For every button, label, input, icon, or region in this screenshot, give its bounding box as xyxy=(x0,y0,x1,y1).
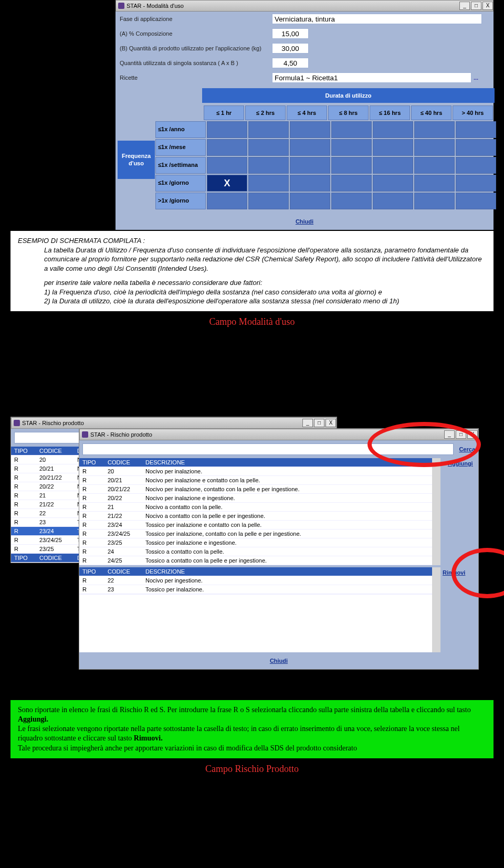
explain-p2: per inserire tale valore nella tabella è… xyxy=(44,279,262,287)
table-cell: R xyxy=(79,511,104,520)
ricette-label: Ricette xyxy=(120,75,272,81)
window-close-button[interactable]: X xyxy=(482,2,493,10)
table-row[interactable]: R23/25Tossico per inalazione e ingestion… xyxy=(79,538,432,547)
grid-cell[interactable] xyxy=(207,139,247,156)
grid-cell[interactable] xyxy=(414,175,455,192)
grid-cell[interactable] xyxy=(331,175,372,192)
grid-cell[interactable] xyxy=(414,157,455,174)
grid-cell[interactable] xyxy=(290,175,330,192)
scrollbar[interactable] xyxy=(432,567,440,652)
table-cell: Nocivo per ingestione. xyxy=(142,576,432,585)
table-cell: 20/22 xyxy=(104,493,142,502)
table-cell: R xyxy=(11,526,36,535)
close-link[interactable]: Chiudi xyxy=(116,213,494,230)
scrollbar[interactable] xyxy=(432,458,440,565)
table-row[interactable]: R22Nocivo per ingestione. xyxy=(79,576,432,585)
grid-cell[interactable] xyxy=(456,175,496,192)
table-row[interactable]: R20/21Nocivo per inalazione e contatto c… xyxy=(79,475,432,484)
col-header: CODICE xyxy=(36,553,74,562)
green-p2: Le frasi selezionate vengono riportate n… xyxy=(18,725,460,742)
col-header: CODICE xyxy=(104,458,142,467)
table-cell: 23/25 xyxy=(104,538,142,547)
col-header: ≤ 2 hrs xyxy=(245,105,286,120)
ab-input[interactable] xyxy=(272,58,309,68)
table-row[interactable]: R20/21/22Nocivo per inalazione, contatto… xyxy=(79,484,432,493)
grid-cell[interactable] xyxy=(456,121,496,138)
table-row[interactable]: R24Tossico a contatto con la pelle. xyxy=(79,547,432,556)
grid-cell[interactable] xyxy=(373,139,413,156)
table-row[interactable]: R21/22Nocivo a contatto con la pelle e p… xyxy=(79,511,432,520)
grid-cell[interactable] xyxy=(331,121,372,138)
titlebar[interactable]: STAR - Modalità d'uso _ □ X xyxy=(116,0,494,12)
explanation-box: ESEMPIO DI SCHERMATA COMPILATA : La tabe… xyxy=(10,231,494,311)
window-min-button[interactable]: _ xyxy=(459,2,470,10)
grid-cell[interactable] xyxy=(290,193,330,209)
grid-cell[interactable] xyxy=(290,121,330,138)
col-header: ≤ 4 hrs xyxy=(287,105,327,120)
a-input[interactable] xyxy=(272,28,309,39)
grid-cell[interactable] xyxy=(373,157,413,174)
table-row[interactable]: R20Nocivo per inalazione. xyxy=(79,467,432,475)
grid-cell[interactable] xyxy=(248,139,289,156)
grid-cell[interactable] xyxy=(207,157,247,174)
table-cell: 23 xyxy=(36,517,74,526)
table-cell: R xyxy=(79,538,104,547)
table-row[interactable]: R23/24/25Tossico per inalazione, contatt… xyxy=(79,529,432,538)
table-row[interactable]: R23Tossico per inalazione. xyxy=(79,585,432,594)
table-cell: R xyxy=(11,500,36,509)
grid-cell[interactable] xyxy=(331,193,372,209)
grid-cell[interactable] xyxy=(414,121,455,138)
grid-cell[interactable] xyxy=(414,193,455,209)
table-row[interactable]: R23/24Tossico per inalazione e contatto … xyxy=(79,520,432,529)
grid-cell[interactable] xyxy=(290,139,330,156)
b-label: (B) Quantità di prodotto utilizzato per … xyxy=(120,45,272,51)
ricette-browse-icon[interactable]: ... xyxy=(474,75,478,81)
table-cell: 20/21/22 xyxy=(104,484,142,493)
window-min-button[interactable]: _ xyxy=(302,419,313,427)
grid-cell[interactable] xyxy=(248,175,289,192)
grid-cell[interactable] xyxy=(207,193,247,209)
app-icon xyxy=(118,3,124,9)
b-input[interactable] xyxy=(272,43,309,54)
close-link[interactable]: Chiudi xyxy=(79,652,478,669)
col-header: ≤ 8 hrs xyxy=(328,105,369,120)
explain-li1: 1) la Frequenza d'uso, cioè la periodici… xyxy=(44,288,382,296)
table-row[interactable]: R24/25Tossico a contatto con la pelle e … xyxy=(79,556,432,565)
grid-cell[interactable] xyxy=(248,193,289,209)
table-row[interactable]: R21Nocivo a contatto con la pelle. xyxy=(79,502,432,511)
grid-cell[interactable] xyxy=(207,121,247,138)
grid-cell[interactable] xyxy=(456,139,496,156)
window-close-button[interactable]: X xyxy=(326,419,336,427)
table-cell: 21/22 xyxy=(104,511,142,520)
row-header: ≤1x /anno xyxy=(155,121,206,138)
titlebar[interactable]: STAR - Rischio prodotto _□X xyxy=(11,417,337,429)
grid-cell[interactable] xyxy=(373,175,413,192)
window-max-button[interactable]: □ xyxy=(314,419,324,427)
fase-input[interactable] xyxy=(272,14,482,24)
table-cell: R xyxy=(11,455,36,464)
col-header: CODICE xyxy=(36,447,74,456)
grid-cell[interactable] xyxy=(331,157,372,174)
table-cell: R xyxy=(11,535,36,544)
grid-cell[interactable] xyxy=(248,121,289,138)
table-cell: 23 xyxy=(104,585,142,594)
grid-cell[interactable] xyxy=(456,193,496,209)
green-p1: Sono riportate in elenco le frasi di Ris… xyxy=(18,706,471,714)
table-cell: 21 xyxy=(36,491,74,500)
table-cell: 20/21/22 xyxy=(36,473,74,482)
table-cell: R xyxy=(79,484,104,493)
grid-cell[interactable] xyxy=(373,121,413,138)
grid-cell[interactable] xyxy=(373,193,413,209)
grid-cell[interactable] xyxy=(248,157,289,174)
ricette-input[interactable] xyxy=(272,72,471,83)
grid-cell[interactable] xyxy=(290,157,330,174)
grid-cell[interactable] xyxy=(331,139,372,156)
table-cell: R xyxy=(79,556,104,565)
grid-cell[interactable] xyxy=(414,139,455,156)
grid-cell[interactable] xyxy=(456,157,496,174)
grid-cell-selected[interactable]: X xyxy=(207,175,247,192)
table-cell: Nocivo per inalazione, contatto con la p… xyxy=(142,484,432,493)
table-row[interactable]: R20/22Nocivo per inalazione e ingestione… xyxy=(79,493,432,502)
table-cell: Nocivo per inalazione e contatto con la … xyxy=(142,475,432,484)
window-max-button[interactable]: □ xyxy=(471,2,481,10)
